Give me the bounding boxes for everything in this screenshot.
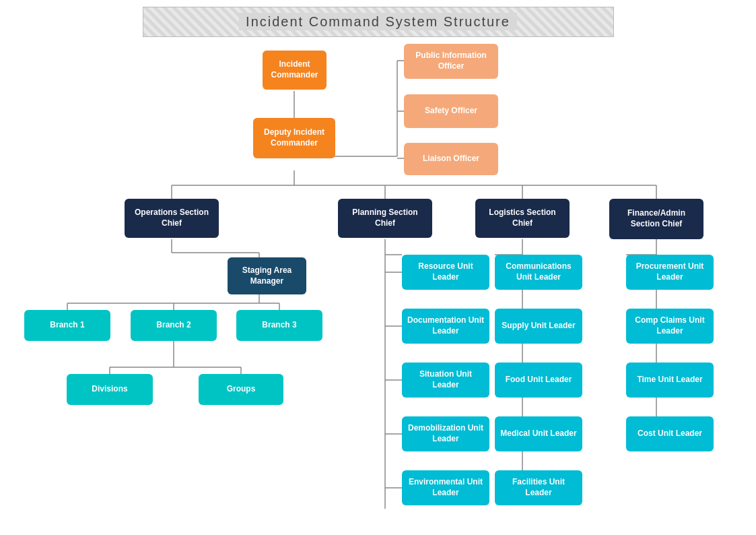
incident-commander-box: Incident Commander	[263, 51, 327, 90]
demobilization-unit-leader-box: Demobilization Unit Leader	[402, 416, 489, 451]
finance-admin-section-chief-box: Finance/Admin Section Chief	[609, 199, 703, 239]
logistics-section-chief-box: Logistics Section Chief	[475, 199, 570, 238]
procurement-unit-leader-box: Procurement Unit Leader	[626, 255, 714, 290]
staging-area-manager-box: Staging Area Manager	[228, 257, 306, 294]
branch2-box: Branch 2	[131, 310, 217, 341]
page-container: Incident Command System Structure	[0, 0, 756, 535]
divisions-box: Divisions	[67, 374, 153, 405]
planning-section-chief-box: Planning Section Chief	[338, 199, 432, 238]
safety-officer-box: Safety Officer	[404, 94, 498, 128]
title-bar: Incident Command System Structure	[143, 7, 614, 37]
facilities-unit-leader-box: Facilities Unit Leader	[495, 470, 582, 505]
documentation-unit-leader-box: Documentation Unit Leader	[402, 309, 489, 344]
resource-unit-leader-box: Resource Unit Leader	[402, 255, 489, 290]
food-unit-leader-box: Food Unit Leader	[495, 363, 582, 398]
communications-unit-leader-box: Communications Unit Leader	[495, 255, 582, 290]
branch3-box: Branch 3	[236, 310, 322, 341]
liaison-officer-box: Liaison Officer	[404, 143, 498, 175]
deputy-incident-commander-box: Deputy Incident Commander	[253, 118, 335, 158]
situation-unit-leader-box: Situation Unit Leader	[402, 363, 489, 398]
cost-unit-leader-box: Cost Unit Leader	[626, 416, 714, 451]
groups-box: Groups	[199, 374, 283, 405]
medical-unit-leader-box: Medical Unit Leader	[495, 416, 582, 451]
operations-section-chief-box: Operations Section Chief	[125, 199, 219, 238]
page-title: Incident Command System Structure	[239, 13, 517, 30]
time-unit-leader-box: Time Unit Leader	[626, 363, 714, 398]
branch1-box: Branch 1	[24, 310, 110, 341]
supply-unit-leader-box: Supply Unit Leader	[495, 309, 582, 344]
environmental-unit-leader-box: Environmental Unit Leader	[402, 470, 489, 505]
comp-claims-unit-leader-box: Comp Claims Unit Leader	[626, 309, 714, 344]
public-information-officer-box: Public Information Officer	[404, 44, 498, 79]
